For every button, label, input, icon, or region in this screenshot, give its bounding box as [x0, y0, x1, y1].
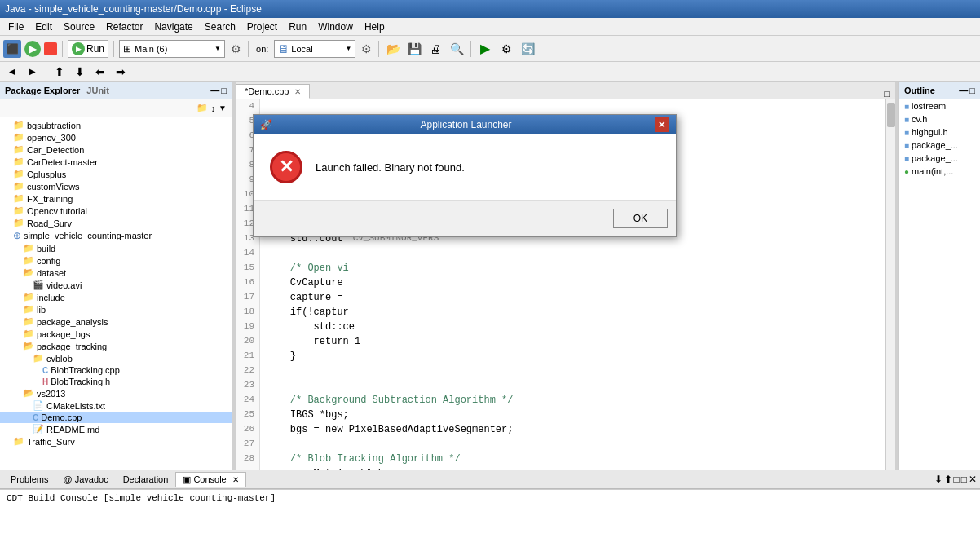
- dialog-overlay: 🚀 Application Launcher ✕ ✕ Launch failed…: [0, 0, 980, 538]
- dialog-title: Application Launcher: [420, 119, 511, 130]
- dialog-close-button[interactable]: ✕: [655, 117, 669, 132]
- application-launcher-dialog: 🚀 Application Launcher ✕ ✕ Launch failed…: [253, 114, 677, 237]
- dialog-titlebar: 🚀 Application Launcher ✕: [254, 115, 676, 134]
- dialog-message: Launch failed. Binary not found.: [316, 161, 465, 174]
- dialog-footer: OK: [254, 200, 676, 236]
- dialog-body: ✕ Launch failed. Binary not found.: [254, 134, 676, 200]
- dialog-icon: 🚀: [260, 119, 272, 130]
- error-icon: ✕: [270, 151, 302, 183]
- ok-button[interactable]: OK: [613, 209, 668, 228]
